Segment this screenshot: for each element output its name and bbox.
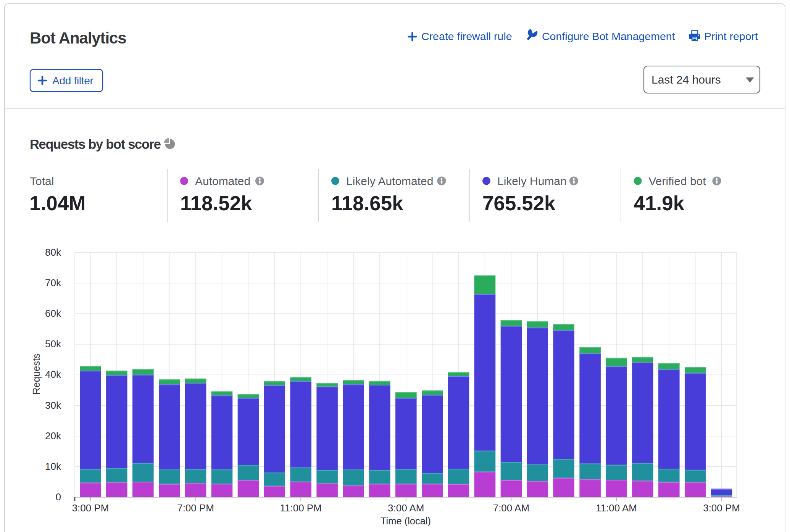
svg-text:0: 0: [56, 491, 61, 503]
svg-text:Print report: Print report: [704, 30, 758, 42]
svg-text:Create firewall rule: Create firewall rule: [421, 30, 512, 42]
svg-text:Verified bot: Verified bot: [649, 175, 706, 187]
svg-text:Requests by bot score: Requests by bot score: [30, 137, 161, 152]
svg-text:70k: 70k: [45, 277, 61, 289]
svg-text:Time (local): Time (local): [380, 516, 431, 526]
svg-text:20k: 20k: [45, 430, 61, 442]
svg-text:118.52k: 118.52k: [180, 192, 252, 214]
svg-text:Bot Analytics: Bot Analytics: [30, 29, 126, 47]
svg-text:80k: 80k: [45, 247, 61, 258]
svg-text:10k: 10k: [45, 461, 61, 472]
svg-text:41.9k: 41.9k: [634, 192, 685, 214]
svg-text:Last 24 hours: Last 24 hours: [651, 73, 721, 86]
svg-text:Add filter: Add filter: [52, 75, 94, 87]
svg-text:Total: Total: [30, 175, 54, 187]
svg-text:Automated: Automated: [195, 175, 250, 187]
svg-text:765.52k: 765.52k: [482, 192, 556, 214]
svg-text:Requests: Requests: [31, 353, 42, 395]
svg-text:3:00 PM: 3:00 PM: [703, 502, 740, 514]
svg-text:Configure Bot Management: Configure Bot Management: [542, 30, 675, 42]
svg-text:118.65k: 118.65k: [331, 192, 403, 214]
svg-text:60k: 60k: [45, 308, 61, 319]
svg-text:3:00 PM: 3:00 PM: [72, 502, 109, 514]
svg-text:11:00 PM: 11:00 PM: [280, 502, 322, 514]
svg-text:7:00 AM: 7:00 AM: [493, 502, 529, 514]
svg-text:Likely Human: Likely Human: [497, 175, 567, 187]
svg-text:30k: 30k: [45, 400, 61, 411]
svg-text:Likely Automated: Likely Automated: [346, 175, 433, 187]
svg-text:3:00 AM: 3:00 AM: [388, 502, 424, 514]
svg-text:1.04M: 1.04M: [29, 192, 85, 214]
svg-text:50k: 50k: [45, 338, 61, 350]
svg-text:40k: 40k: [45, 369, 61, 380]
svg-text:7:00 PM: 7:00 PM: [177, 502, 214, 514]
svg-text:11:00 AM: 11:00 AM: [596, 502, 637, 514]
